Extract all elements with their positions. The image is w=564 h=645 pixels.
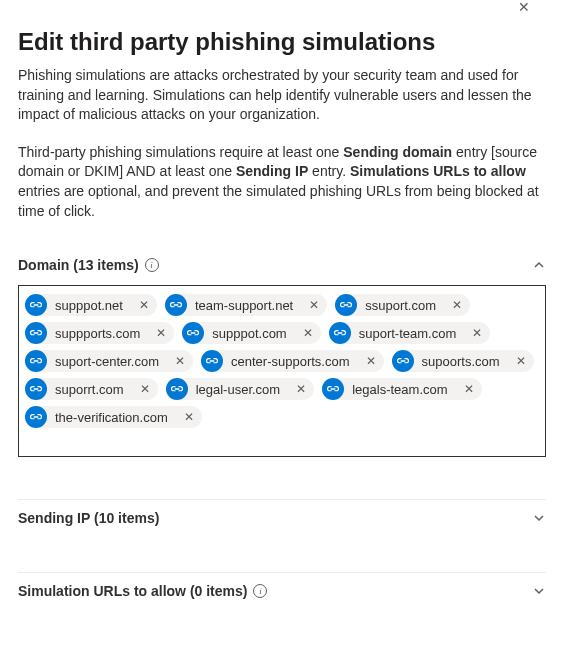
- chip-label: center-supports.com: [223, 354, 358, 369]
- info-icon[interactable]: i: [253, 584, 267, 598]
- chip-label: suport-team.com: [351, 326, 465, 341]
- chip-remove-button[interactable]: ✕: [305, 296, 323, 314]
- link-icon: [25, 406, 47, 428]
- section-header-sending-ip[interactable]: Sending IP (10 items): [18, 502, 546, 534]
- domain-chip: supppot.net✕: [25, 294, 157, 316]
- page-title: Edit third party phishing simulations: [18, 28, 546, 56]
- chip-label: the-verification.com: [47, 410, 176, 425]
- chip-label: legal-user.com: [188, 382, 289, 397]
- requirements-text: Third-party phishing simulations require…: [18, 143, 546, 221]
- link-icon: [201, 350, 223, 372]
- chevron-down-icon: [532, 584, 546, 598]
- req-bold-sending-domain: Sending domain: [343, 144, 452, 160]
- chip-label: supppot.net: [47, 298, 131, 313]
- chip-label: supoorts.com: [414, 354, 508, 369]
- domain-chip: suport-team.com✕: [329, 322, 491, 344]
- section-label-domain: Domain (13 items): [18, 257, 139, 273]
- link-icon: [25, 294, 47, 316]
- chip-remove-button[interactable]: ✕: [152, 324, 170, 342]
- chip-label: suppports.com: [47, 326, 148, 341]
- chip-label: legals-team.com: [344, 382, 455, 397]
- section-label-sending-ip: Sending IP (10 items): [18, 510, 159, 526]
- chip-remove-button[interactable]: ✕: [468, 324, 486, 342]
- domain-chip: supoorts.com✕: [392, 350, 534, 372]
- domain-chip: center-supports.com✕: [201, 350, 384, 372]
- link-icon: [322, 378, 344, 400]
- chip-label: suporrt.com: [47, 382, 132, 397]
- domain-chip-container[interactable]: supppot.net✕team-support.net✕ssuport.com…: [18, 285, 546, 457]
- link-icon: [25, 378, 47, 400]
- section-header-sim-urls[interactable]: Simulation URLs to allow (0 items) i: [18, 575, 546, 607]
- domain-chip: ssuport.com✕: [335, 294, 470, 316]
- chip-label: suport-center.com: [47, 354, 167, 369]
- chip-remove-button[interactable]: ✕: [299, 324, 317, 342]
- section-header-domain[interactable]: Domain (13 items) i: [18, 249, 546, 281]
- chip-remove-button[interactable]: ✕: [512, 352, 530, 370]
- req-mid2: entry.: [308, 163, 350, 179]
- divider: [18, 499, 546, 500]
- chip-label: supppot.com: [204, 326, 294, 341]
- domain-chip: supppot.com✕: [182, 322, 320, 344]
- link-icon: [392, 350, 414, 372]
- chip-remove-button[interactable]: ✕: [136, 380, 154, 398]
- chip-label: ssuport.com: [357, 298, 444, 313]
- domain-chip: team-support.net✕: [165, 294, 327, 316]
- link-icon: [329, 322, 351, 344]
- link-icon: [335, 294, 357, 316]
- domain-chip: suporrt.com✕: [25, 378, 158, 400]
- link-icon: [166, 378, 188, 400]
- chip-remove-button[interactable]: ✕: [171, 352, 189, 370]
- chip-remove-button[interactable]: ✕: [448, 296, 466, 314]
- chip-remove-button[interactable]: ✕: [135, 296, 153, 314]
- link-icon: [165, 294, 187, 316]
- domain-chip: legal-user.com✕: [166, 378, 315, 400]
- divider: [18, 572, 546, 573]
- info-icon[interactable]: i: [145, 258, 159, 272]
- link-icon: [182, 322, 204, 344]
- chevron-down-icon: [532, 511, 546, 525]
- domain-chip: suport-center.com✕: [25, 350, 193, 372]
- req-pre: Third-party phishing simulations require…: [18, 144, 343, 160]
- intro-text: Phishing simulations are attacks orchest…: [18, 66, 546, 125]
- chip-remove-button[interactable]: ✕: [362, 352, 380, 370]
- domain-chip: suppports.com✕: [25, 322, 174, 344]
- link-icon: [25, 322, 47, 344]
- link-icon: [25, 350, 47, 372]
- domain-chip: legals-team.com✕: [322, 378, 481, 400]
- chip-label: team-support.net: [187, 298, 301, 313]
- domain-chip: the-verification.com✕: [25, 406, 202, 428]
- chip-remove-button[interactable]: ✕: [292, 380, 310, 398]
- chevron-up-icon: [532, 258, 546, 272]
- req-bold-sending-ip: Sending IP: [236, 163, 308, 179]
- section-label-sim-urls: Simulation URLs to allow (0 items): [18, 583, 247, 599]
- chip-remove-button[interactable]: ✕: [180, 408, 198, 426]
- close-icon[interactable]: ✕: [518, 0, 530, 14]
- chip-remove-button[interactable]: ✕: [460, 380, 478, 398]
- req-bold-sim-urls: Simulations URLs to allow: [350, 163, 526, 179]
- req-post: entries are optional, and prevent the si…: [18, 183, 539, 219]
